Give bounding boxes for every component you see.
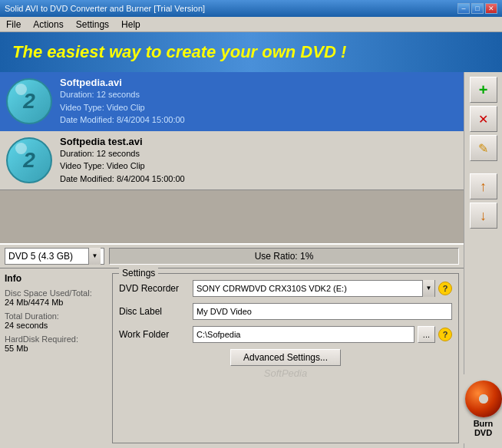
move-up-icon: ↑	[480, 179, 487, 195]
advanced-settings-button[interactable]: Advanced Settings...	[230, 349, 341, 366]
info-panel: Info Disc Space Used/Total: 24 Mb/4474 M…	[5, 273, 104, 444]
disc-dropdown-arrow[interactable]: ▼	[88, 248, 101, 265]
disc-space-item: Disc Space Used/Total: 24 Mb/4474 Mb	[5, 288, 104, 307]
maximize-button[interactable]: □	[471, 3, 484, 14]
file-list-area: 2 Softpedia.avi Duration: 12 seconds Vid…	[0, 72, 464, 448]
menu-actions[interactable]: Actions	[30, 18, 66, 31]
use-ratio-text: Use Ratio: 1%	[255, 251, 314, 262]
settings-panel: Settings DVD Recorder SONY CDRWDVD CRX31…	[112, 273, 459, 444]
move-up-button[interactable]: ↑	[470, 173, 497, 199]
close-button[interactable]: ✕	[485, 3, 497, 14]
file-list: 2 Softpedia.avi Duration: 12 seconds Vid…	[0, 72, 464, 243]
file-meta-1: Duration: 12 seconds Video Type: Video C…	[60, 88, 457, 127]
file-name-2: Softpedia test.avi	[60, 136, 457, 147]
banner: The easiest way to create your own DVD !	[0, 32, 502, 72]
work-folder-label: Work Folder	[119, 329, 188, 340]
title-text: Solid AVI to DVD Converter and Burner [T…	[5, 4, 205, 13]
disc-label-input[interactable]	[193, 303, 452, 320]
harddisk-item: HardDisk Required: 55 Mb	[5, 334, 104, 353]
file-info-1: Softpedia.avi Duration: 12 seconds Video…	[60, 77, 457, 127]
menubar: File Actions Settings Help	[0, 17, 502, 32]
edit-file-button[interactable]: ✎	[470, 135, 497, 161]
disc-label: DVD 5 (4.3 GB)	[8, 251, 88, 262]
remove-file-button[interactable]: ✕	[470, 106, 497, 132]
harddisk-label: HardDisk Required:	[5, 334, 104, 344]
add-icon: +	[479, 81, 488, 99]
total-duration-label: Total Duration:	[5, 311, 104, 321]
dvd-recorder-help[interactable]: ?	[438, 282, 452, 295]
work-folder-row: Work Folder ... ?	[119, 326, 452, 343]
settings-panel-title: Settings	[119, 268, 158, 278]
titlebar: Solid AVI to DVD Converter and Burner [T…	[0, 0, 502, 17]
dvd-recorder-label: DVD Recorder	[119, 283, 188, 294]
dvd-recorder-row: DVD Recorder SONY CDRWDVD CRX310S VDK2 (…	[119, 280, 452, 297]
disc-label-row: Disc Label	[119, 303, 452, 320]
burn-dvd-icon[interactable]	[465, 380, 502, 417]
add-file-button[interactable]: +	[470, 77, 497, 103]
info-panel-title: Info	[5, 273, 104, 284]
file-name-1: Softpedia.avi	[60, 77, 457, 88]
banner-text: The easiest way to create your own DVD !	[12, 42, 346, 62]
use-ratio-bar: Use Ratio: 1%	[109, 248, 459, 265]
dvd-recorder-value: SONY CDRWDVD CRX310S VDK2 (E:)	[193, 284, 422, 293]
total-duration-value: 24 seconds	[5, 321, 104, 330]
info-settings-panel: Info Disc Space Used/Total: 24 Mb/4474 M…	[0, 268, 464, 449]
harddisk-value: 55 Mb	[5, 344, 104, 353]
main-content: 2 Softpedia.avi Duration: 12 seconds Vid…	[0, 72, 502, 448]
work-folder-control: ... ?	[193, 326, 452, 343]
browse-button[interactable]: ...	[418, 326, 435, 343]
menu-settings[interactable]: Settings	[73, 18, 112, 31]
edit-icon: ✎	[478, 141, 488, 156]
move-down-icon: ↓	[480, 208, 487, 224]
disc-label-label: Disc Label	[119, 306, 188, 317]
file-info-2: Softpedia test.avi Duration: 12 seconds …	[60, 136, 457, 186]
disc-selector[interactable]: DVD 5 (4.3 GB) ▼	[5, 248, 104, 265]
dvd-recorder-arrow[interactable]: ▼	[422, 280, 434, 297]
total-duration-item: Total Duration: 24 seconds	[5, 311, 104, 330]
menu-file[interactable]: File	[3, 18, 24, 31]
window-controls: – □ ✕	[457, 3, 497, 14]
right-toolbar: + ✕ ✎ ↑ ↓ Burn DVD	[464, 72, 502, 448]
dvd-recorder-control: SONY CDRWDVD CRX310S VDK2 (E:) ▼ ?	[193, 280, 452, 297]
move-down-button[interactable]: ↓	[470, 203, 497, 229]
minimize-button[interactable]: –	[457, 3, 470, 14]
dvd-recorder-combo[interactable]: SONY CDRWDVD CRX310S VDK2 (E:) ▼	[193, 280, 435, 297]
watermark: SoftPedia	[119, 367, 452, 379]
disc-label-control	[193, 303, 452, 320]
bottom-bar: DVD 5 (4.3 GB) ▼ Use Ratio: 1%	[0, 243, 464, 268]
disc-space-value: 24 Mb/4474 Mb	[5, 298, 104, 307]
burn-dvd-label[interactable]: Burn DVD	[465, 419, 502, 437]
file-item-2[interactable]: 2 Softpedia test.avi Duration: 12 second…	[0, 131, 464, 190]
work-folder-help[interactable]: ?	[438, 328, 452, 341]
disc-space-label: Disc Space Used/Total:	[5, 288, 104, 298]
file-thumb-2: 2	[6, 137, 52, 183]
work-folder-input[interactable]	[193, 326, 414, 343]
file-meta-2: Duration: 12 seconds Video Type: Video C…	[60, 147, 457, 186]
file-thumb-1: 2	[6, 78, 52, 124]
empty-drop-area	[0, 189, 464, 243]
burn-dvd-area: Burn DVD	[462, 374, 503, 443]
remove-icon: ✕	[478, 112, 488, 127]
file-item-1[interactable]: 2 Softpedia.avi Duration: 12 seconds Vid…	[0, 72, 464, 131]
menu-help[interactable]: Help	[118, 18, 144, 31]
